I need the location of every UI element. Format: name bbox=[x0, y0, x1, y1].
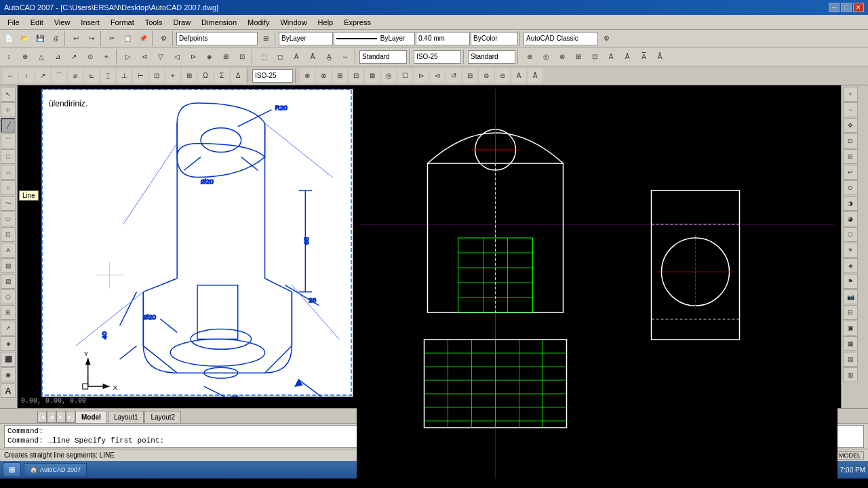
tab-nav-first[interactable]: |◄ bbox=[37, 411, 47, 423]
viewport-2d-views[interactable] bbox=[357, 89, 837, 479]
dim-style-select[interactable]: ISO-25 bbox=[252, 69, 293, 83]
menu-insert[interactable]: Insert bbox=[76, 16, 104, 28]
dim-btn-16[interactable]: ⊕ bbox=[300, 68, 315, 83]
color-dropdown[interactable]: ByLayer bbox=[279, 32, 333, 45]
style-dropdown[interactable]: Standard bbox=[359, 50, 407, 64]
dim-btn-9[interactable]: ⊢ bbox=[133, 68, 148, 83]
light-btn[interactable]: ☀ bbox=[843, 243, 858, 258]
dim-btn-21[interactable]: ◎ bbox=[381, 68, 396, 83]
insert-tool[interactable]: ⊡ bbox=[1, 227, 16, 242]
tb-btn-18[interactable]: A bbox=[289, 49, 304, 64]
menu-help[interactable]: Help bbox=[313, 16, 338, 28]
layer-manager-button[interactable]: ⊞ bbox=[258, 31, 273, 46]
dim-btn-24[interactable]: ⊲ bbox=[430, 68, 445, 83]
dim-btn-8[interactable]: ⊥ bbox=[117, 68, 132, 83]
tb-btn-15[interactable]: ⊡ bbox=[235, 49, 250, 64]
dim-btn-2[interactable]: ↕ bbox=[19, 68, 34, 83]
select2-tool[interactable]: ⊹ bbox=[1, 102, 16, 117]
tb-btn-12[interactable]: ⊳ bbox=[186, 49, 201, 64]
menu-express[interactable]: Express bbox=[339, 16, 376, 28]
tb-btn-6[interactable]: ⊙ bbox=[83, 49, 98, 64]
menu-modify[interactable]: Modify bbox=[243, 16, 274, 28]
new-button[interactable]: 📄 bbox=[1, 31, 16, 46]
dim-btn-27[interactable]: ⊜ bbox=[479, 68, 494, 83]
tab-layout2[interactable]: Layout2 bbox=[144, 411, 181, 423]
tb-btn-20[interactable]: A̲ bbox=[321, 49, 336, 64]
dim-btn-23[interactable]: ⊳ bbox=[414, 68, 429, 83]
spline-tool[interactable]: 〜 bbox=[1, 196, 16, 211]
tb-btn-16[interactable]: ⬚ bbox=[256, 49, 271, 64]
dim-btn-29[interactable]: A bbox=[511, 68, 526, 83]
surface-tool[interactable]: ◈ bbox=[1, 336, 16, 351]
tb-btn-3[interactable]: △ bbox=[34, 49, 49, 64]
menu-window[interactable]: Window bbox=[275, 16, 311, 28]
workspace-settings-button[interactable]: ⚙ bbox=[599, 31, 614, 46]
wireframe-btn[interactable]: ▤ bbox=[843, 352, 858, 367]
dim-btn-7[interactable]: ⌶ bbox=[100, 68, 115, 83]
zoom-prev-btn[interactable]: ↩ bbox=[843, 165, 858, 180]
model-btn[interactable]: MODEL bbox=[835, 451, 864, 460]
dim-btn-10[interactable]: ⊡ bbox=[149, 68, 164, 83]
tb-btn-11[interactable]: ◁ bbox=[170, 49, 184, 64]
dim-btn-25[interactable]: ↺ bbox=[446, 68, 461, 83]
render-tool[interactable]: ◉ bbox=[1, 367, 16, 382]
menu-draw[interactable]: Draw bbox=[168, 16, 195, 28]
render-btn[interactable]: ◕ bbox=[843, 211, 858, 226]
mtext-tool[interactable]: A bbox=[1, 243, 16, 258]
tb-btn-30[interactable]: Ã bbox=[652, 49, 667, 64]
open-button[interactable]: 📂 bbox=[17, 31, 32, 46]
zoom-out-btn[interactable]: − bbox=[843, 102, 858, 117]
multileader-tool[interactable]: ↗ bbox=[1, 321, 16, 336]
text-style-dropdown[interactable]: Standard bbox=[468, 50, 515, 64]
dim-btn-13[interactable]: Ω bbox=[198, 68, 213, 83]
cut-button[interactable]: ✂ bbox=[104, 31, 119, 46]
tb-btn-13[interactable]: ◈ bbox=[202, 49, 217, 64]
dim-btn-20[interactable]: ⊠ bbox=[365, 68, 380, 83]
tb-btn-29[interactable]: A̅ bbox=[636, 49, 651, 64]
orbit-btn[interactable]: ⊙ bbox=[843, 180, 858, 195]
a-icon[interactable]: A bbox=[1, 383, 16, 398]
tb-btn-28[interactable]: Ā bbox=[620, 49, 635, 64]
dim-btn-22[interactable]: ☐ bbox=[397, 68, 412, 83]
close-button[interactable]: ✕ bbox=[853, 3, 864, 12]
tb-btn-1[interactable]: ↕ bbox=[1, 49, 16, 64]
start-button[interactable]: ⊞ bbox=[3, 462, 21, 477]
print-button[interactable]: 🖨 bbox=[48, 31, 63, 46]
arc-tool[interactable]: ⌓ bbox=[1, 165, 16, 180]
layer-dropdown[interactable]: Defpoints bbox=[176, 32, 258, 45]
dim-btn-30[interactable]: Ā bbox=[528, 68, 542, 83]
material-btn[interactable]: ◈ bbox=[843, 258, 858, 273]
tb-btn-10[interactable]: ▽ bbox=[153, 49, 168, 64]
tb-btn-7[interactable]: ⌖ bbox=[99, 49, 114, 64]
tb-btn-14[interactable]: ⊞ bbox=[218, 49, 233, 64]
plotstyle-dropdown[interactable]: ByColor bbox=[471, 32, 518, 45]
polyline-tool[interactable]: ⌒ bbox=[1, 134, 16, 148]
matchprop-button[interactable]: ⚙ bbox=[156, 31, 171, 46]
dim-btn-15[interactable]: Δ bbox=[231, 68, 245, 83]
dim-btn-18[interactable]: ⊞ bbox=[332, 68, 347, 83]
menu-format[interactable]: Format bbox=[106, 16, 139, 28]
tab-nav-next[interactable]: ► bbox=[56, 411, 66, 423]
dim-btn-19[interactable]: ⊡ bbox=[349, 68, 363, 83]
linetype-dropdown[interactable]: ByLayer bbox=[334, 32, 415, 45]
menu-view[interactable]: View bbox=[50, 16, 75, 28]
menu-dimension[interactable]: Dimension bbox=[197, 16, 241, 28]
redo-button[interactable]: ↪ bbox=[84, 31, 99, 46]
dim-btn-4[interactable]: ⌒ bbox=[52, 68, 66, 83]
rect-tool[interactable]: □ bbox=[1, 149, 16, 164]
tab-layout1[interactable]: Layout1 bbox=[108, 411, 144, 423]
restore-button[interactable]: □ bbox=[841, 3, 852, 12]
hatch-tool[interactable]: ▨ bbox=[1, 258, 16, 273]
save-button[interactable]: 💾 bbox=[33, 31, 47, 46]
minimize-button[interactable]: ─ bbox=[829, 3, 840, 12]
tb-btn-25[interactable]: ⊞ bbox=[571, 49, 586, 64]
tb-btn-26[interactable]: ⊡ bbox=[587, 49, 602, 64]
dim-btn-12[interactable]: ⊞ bbox=[182, 68, 197, 83]
zoom-ext-btn[interactable]: ⊡ bbox=[843, 134, 858, 148]
workspace-dropdown[interactable]: AutoCAD Classic bbox=[524, 32, 598, 45]
dim-btn-1[interactable]: ↔ bbox=[3, 68, 18, 83]
gouraud-btn[interactable]: ▦ bbox=[843, 336, 858, 351]
flat-btn[interactable]: ▣ bbox=[843, 321, 858, 336]
tb-btn-27[interactable]: A bbox=[604, 49, 618, 64]
lineweight-dropdown[interactable]: 0.40 mm bbox=[416, 32, 470, 45]
